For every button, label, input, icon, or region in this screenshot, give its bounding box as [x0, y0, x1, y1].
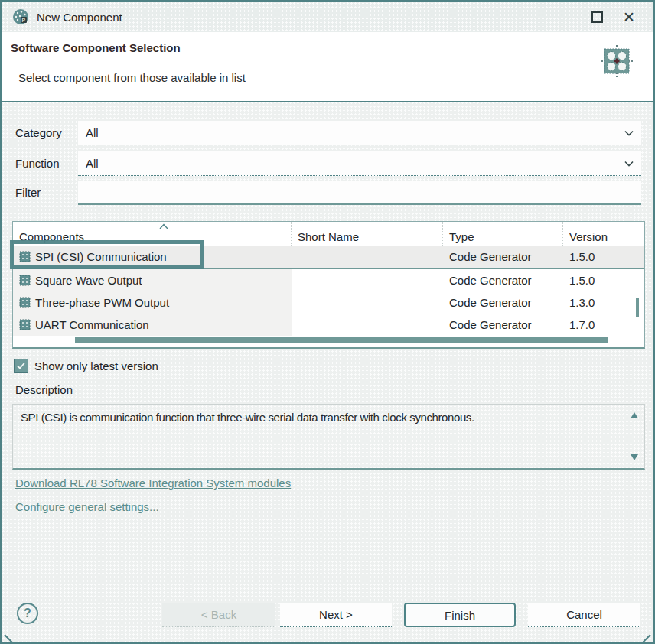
description-text: SPI (CSI) is communication function that…	[21, 411, 621, 424]
checkmark-icon	[16, 362, 26, 370]
column-header-type[interactable]: Type	[443, 222, 563, 246]
table-row[interactable]: Square Wave Output Code Generator 1.5.0	[13, 269, 644, 291]
scroll-up-icon[interactable]	[631, 412, 638, 418]
component-name: Three-phase PWM Output	[35, 296, 169, 309]
component-icon	[19, 297, 31, 308]
vertical-scrollbar[interactable]	[636, 298, 639, 317]
component-version: 1.5.0	[563, 269, 624, 291]
maximize-icon[interactable]	[591, 11, 603, 23]
category-label: Category	[15, 121, 62, 145]
category-value: All	[86, 126, 99, 139]
window-controls: ✕	[591, 10, 646, 24]
column-header-short-name[interactable]: Short Name	[292, 222, 443, 246]
sort-ascending-icon	[158, 223, 169, 229]
title-bar: P New Component ✕	[2, 2, 653, 32]
component-version: 1.3.0	[563, 291, 624, 314]
component-short-name	[292, 269, 443, 291]
component-name: UART Communication	[35, 318, 149, 331]
component-name: Square Wave Output	[35, 274, 142, 287]
header-divider	[2, 101, 653, 102]
component-type: Code Generator	[443, 291, 563, 314]
filter-input[interactable]	[78, 181, 641, 205]
component-icon	[19, 319, 31, 330]
component-short-name	[292, 314, 443, 336]
table-row[interactable]: Three-phase PWM Output Code Generator 1.…	[13, 291, 644, 314]
table-header: Components Short Name Type Version	[13, 222, 644, 246]
back-button[interactable]: < Back	[162, 603, 275, 627]
column-header-spacer	[624, 222, 644, 246]
column-header-components[interactable]: Components	[13, 222, 292, 246]
configure-settings-link[interactable]: Configure general settings...	[15, 500, 159, 513]
component-short-name	[292, 246, 443, 268]
checkbox-label: Show only latest version	[34, 359, 158, 372]
show-latest-version-checkbox[interactable]: Show only latest version	[14, 359, 158, 373]
component-wizard-banner-icon	[600, 44, 634, 78]
horizontal-scrollbar[interactable]	[75, 337, 608, 343]
function-value: All	[86, 157, 99, 170]
description-box: SPI (CSI) is communication function that…	[12, 404, 645, 470]
component-name: SPI (CSI) Communication	[35, 250, 167, 263]
chevron-down-icon	[624, 161, 634, 167]
resize-grip[interactable]	[4, 634, 12, 642]
category-select[interactable]: All	[78, 121, 641, 145]
component-type: Code Generator	[443, 269, 563, 291]
new-component-dialog: P New Component ✕ Software Component Sel…	[0, 0, 655, 644]
page-subtitle: Select component from those available in…	[18, 71, 246, 84]
next-button[interactable]: Next >	[280, 603, 392, 627]
window-title: New Component	[37, 11, 122, 24]
page-title: Software Component Selection	[11, 41, 181, 54]
svg-text:P: P	[22, 18, 26, 23]
help-icon[interactable]: ?	[17, 603, 38, 624]
filter-label: Filter	[15, 181, 41, 205]
component-icon	[19, 251, 31, 262]
component-type: Code Generator	[443, 246, 563, 268]
table-row[interactable]: UART Communication Code Generator 1.7.0	[13, 314, 644, 336]
component-version: 1.5.0	[563, 246, 624, 268]
table-row[interactable]: SPI (CSI) Communication Code Generator 1…	[13, 246, 644, 269]
description-label: Description	[15, 383, 73, 396]
component-version: 1.7.0	[563, 314, 624, 336]
cancel-button[interactable]: Cancel	[528, 603, 640, 627]
function-select[interactable]: All	[78, 151, 641, 176]
component-short-name	[292, 291, 443, 314]
download-modules-link[interactable]: Download RL78 Software Integration Syste…	[15, 476, 291, 490]
chevron-down-icon	[624, 130, 634, 136]
finish-button[interactable]: Finish	[404, 603, 516, 627]
column-header-version[interactable]: Version	[563, 222, 624, 246]
resize-grip[interactable]	[642, 634, 650, 642]
components-table: Components Short Name Type Version SPI (…	[12, 221, 645, 349]
function-label: Function	[15, 151, 60, 176]
checkbox-checked[interactable]	[14, 359, 28, 373]
component-type: Code Generator	[443, 314, 563, 336]
component-app-icon: P	[12, 8, 29, 25]
wizard-header: Software Component Selection Select comp…	[2, 32, 653, 101]
component-icon	[19, 275, 31, 286]
scroll-down-icon[interactable]	[631, 454, 638, 460]
close-icon[interactable]: ✕	[623, 10, 635, 24]
